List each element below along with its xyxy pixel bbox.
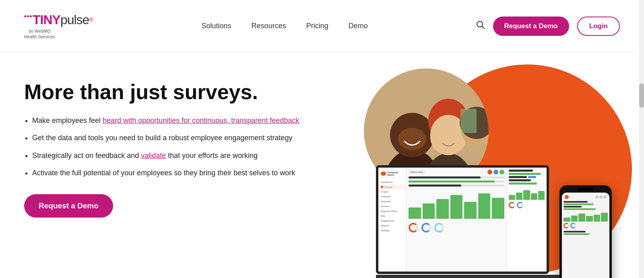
nav-item-demo[interactable]: Demo <box>349 22 368 30</box>
dash-right-bar-row-2 <box>509 173 545 175</box>
svg-rect-13 <box>460 109 477 133</box>
scrollbar-thumb[interactable] <box>639 83 644 108</box>
phone-chart-bar-4 <box>586 216 593 222</box>
dash-sidebar-progress[interactable]: Progress Plans <box>378 209 406 214</box>
laptop-base <box>376 275 565 278</box>
dash-right-bar-row-1 <box>509 170 545 172</box>
phone-header-bar <box>564 194 608 200</box>
dash-sidebar-settings[interactable]: Settings <box>378 228 406 233</box>
dash-avatar-2 <box>493 170 498 174</box>
dash-bar-chart <box>409 189 504 221</box>
dash-donut-1 <box>409 223 418 232</box>
dash-bar-4 <box>450 195 463 219</box>
dash-mini-bar-4 <box>531 193 537 200</box>
phone-donut-row <box>564 223 608 228</box>
svg-point-5 <box>398 128 426 150</box>
dash-mini-bar-1 <box>509 195 515 200</box>
hero-left: More than just surveys. Make employees f… <box>24 73 352 218</box>
dash-avatar-1 <box>487 170 492 174</box>
request-demo-button[interactable]: Request a Demo <box>493 17 569 36</box>
phone-mini-icon-3 <box>603 195 607 199</box>
header: TINYpulse® by WebMDHealth Services Solut… <box>0 0 644 52</box>
dash-avatar-3 <box>500 170 504 174</box>
bullet-3-link: validate <box>141 151 166 160</box>
dash-mini-bar-2 <box>516 193 522 200</box>
hero-section: More than just surveys. Make employees f… <box>0 52 644 278</box>
dash-sidebar-cheers[interactable]: Cheers <box>378 189 406 194</box>
phone-shell <box>559 185 612 278</box>
hero-cta-button[interactable]: Request a Demo <box>24 194 113 218</box>
dash-sidebar-header: Company Name <box>378 170 406 178</box>
hero-right: Company Name Dashboard Engage Cheers Onb… <box>352 73 620 278</box>
laptop-screen: Company Name Dashboard Engage Cheers Onb… <box>376 165 549 274</box>
logo-main: TINYpulse® <box>24 12 93 27</box>
dash-bar-7 <box>492 198 504 219</box>
nav-actions: Request a Demo Login <box>476 17 620 36</box>
dash-sidebar-engage[interactable]: Engage <box>378 185 406 189</box>
dash-donut-3 <box>434 223 444 232</box>
dash-donut-row <box>409 223 504 232</box>
phone-bar-row-5 <box>564 231 608 232</box>
phone-bar-row-3 <box>564 206 608 207</box>
dash-metrics-row-3 <box>409 185 504 187</box>
dash-right-bar-row-5 <box>509 183 545 185</box>
dash-sidebar-dashboard[interactable]: Dashboard <box>378 180 406 185</box>
dash-sidebar-suggestions[interactable]: Suggestions <box>378 218 406 223</box>
phone-section-bars <box>564 201 608 210</box>
dash-bar-2 <box>423 203 435 219</box>
dash-bar-1 <box>409 207 421 219</box>
phone-mini-icon-2 <box>599 195 603 199</box>
logo-registered: ® <box>89 17 93 23</box>
nav-item-pricing[interactable]: Pricing <box>306 22 328 30</box>
nav-item-solutions[interactable]: Solutions <box>202 22 231 30</box>
dash-top-bar: Admin view <box>409 170 504 174</box>
logo-subtitle: by WebMDHealth Services <box>24 28 55 40</box>
dash-metric-bar-1 <box>409 176 504 178</box>
dash-user-icons <box>487 170 504 174</box>
dash-right-panel <box>506 168 547 272</box>
dashboard-ui: Company Name Dashboard Engage Cheers Onb… <box>378 168 547 272</box>
dash-metrics-row-1 <box>409 176 504 178</box>
bullet-4: Activate the full potential of your empl… <box>32 168 352 178</box>
phone-donut-2 <box>570 223 576 228</box>
bullet-2: Get the data and tools you need to build… <box>32 133 352 143</box>
dash-sidebar-retention[interactable]: Retention <box>378 199 406 204</box>
phone-chart-bar-1 <box>564 218 570 222</box>
login-button[interactable]: Login <box>577 17 620 36</box>
phone-bar-row-4 <box>564 208 608 210</box>
nav-item-resources[interactable]: Resources <box>252 22 286 30</box>
phone-chart-bar-5 <box>594 215 601 222</box>
dash-right-bar-row-4 <box>509 179 545 181</box>
phone-mini-icon-1 <box>595 195 599 199</box>
phone-donut-1 <box>564 223 569 228</box>
phone-chart-row <box>564 212 608 222</box>
hero-title: More than just surveys. <box>24 81 352 104</box>
dash-metric-bar-3 <box>409 185 504 187</box>
dash-sidebar-surveys[interactable]: Surveys <box>378 204 406 209</box>
dash-mini-bar-3 <box>523 190 530 200</box>
dash-metric-bar-2 <box>409 180 504 183</box>
phone-section-2 <box>564 231 608 235</box>
dash-main-content: Admin view <box>407 168 506 272</box>
dash-metrics-row-2 <box>409 180 504 183</box>
dash-right-bar-row-3 <box>509 176 545 178</box>
dash-sidebar: Company Name Dashboard Engage Cheers Onb… <box>378 168 407 272</box>
dash-sidebar-bios[interactable]: Bios <box>378 214 406 218</box>
dash-bar-6 <box>478 193 491 219</box>
phone-chart-bar-3 <box>578 214 585 222</box>
dash-sidebar-onboard[interactable]: Onboard <box>378 194 406 199</box>
hero-bullets: Make employees feel heard with opportuni… <box>24 116 352 178</box>
phone-chart-bar-6 <box>601 213 608 222</box>
dash-sidebar-reports[interactable]: Reports <box>378 223 406 228</box>
phone-orange-dot <box>565 195 569 199</box>
dashboard-laptop: Company Name Dashboard Engage Cheers Onb… <box>376 165 565 278</box>
logo-dots <box>24 15 32 17</box>
dash-right-bars <box>509 170 545 185</box>
dash-admin-select[interactable]: Admin view <box>409 170 425 174</box>
bullet-1: Make employees feel heard with opportuni… <box>32 116 352 126</box>
search-icon[interactable] <box>476 21 485 31</box>
logo[interactable]: TINYpulse® by WebMDHealth Services <box>24 12 93 40</box>
dash-mini-bar-5 <box>538 191 545 200</box>
phone-bar-row-2 <box>564 203 608 205</box>
scrollbar[interactable] <box>639 0 644 278</box>
